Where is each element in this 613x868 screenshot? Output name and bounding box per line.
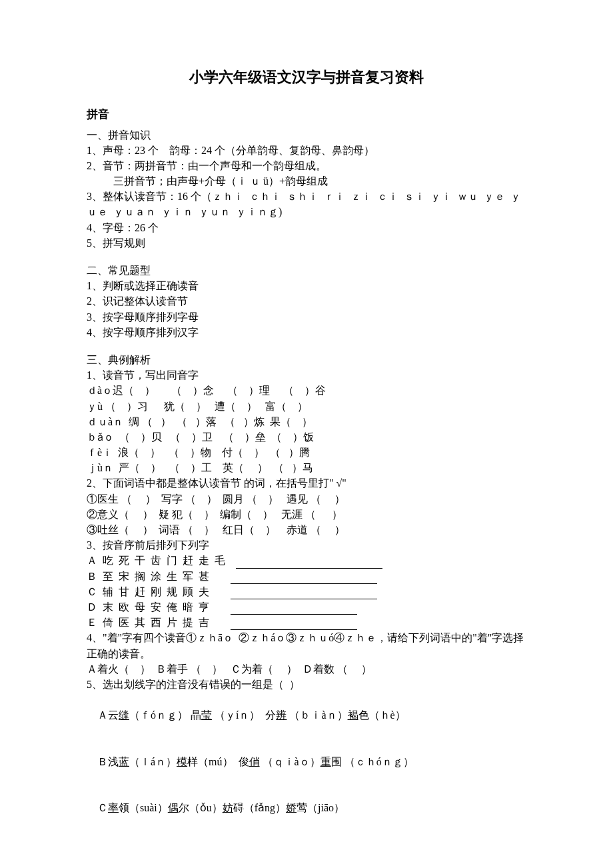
q5-underline: 率 bbox=[108, 802, 119, 813]
q1-row: ｂǎｏ （ ）贝 （ ）卫 （ ）垒 （ ）饭 bbox=[87, 429, 526, 445]
q5-mid: （ｆóｎｇ） 晶 bbox=[129, 709, 201, 721]
q5-mid: （ｙíｎ） 分 bbox=[212, 709, 276, 721]
q5-heading: 5、选出划线字的注音没有错误的一组是（ ） bbox=[87, 677, 526, 692]
q5-mid: 样（mú） 俊 bbox=[187, 756, 249, 767]
q3-row: Ｃ 辅 甘 赶 刚 规 顾 夫 bbox=[87, 584, 526, 599]
q5-mid: 色（ｈè） bbox=[358, 709, 406, 721]
q5-mid: （ｂｉàｎ） bbox=[287, 709, 347, 721]
q2-row: ③吐丝（ ） 词语 （ ） 红日（ ） 赤道 （ ） bbox=[87, 522, 526, 537]
q5-underline: 莹 bbox=[201, 709, 212, 721]
q1-row: ｄｕàｎ 绸 （ ） （ ）落 （ ）炼 果（ ） bbox=[87, 414, 526, 429]
q1-row: ｄàｏ迟（ ） （ ）念 （ ）理 （ ）谷 bbox=[87, 383, 526, 398]
q5-prefix: Ａ云 bbox=[97, 709, 119, 721]
section-1-heading: 一、拼音知识 bbox=[87, 127, 526, 143]
section-1-item: 4、字母：26 个 bbox=[87, 220, 526, 235]
q5-mid: 莺（jiāo） bbox=[297, 802, 344, 813]
q3-row: Ｄ 末 欧 母 安 俺 暗 亨 bbox=[87, 599, 526, 615]
section-3: 三、典例解析 1、读音节，写出同音字 ｄàｏ迟（ ） （ ）念 （ ）理 （ ）… bbox=[87, 352, 526, 831]
q5-underline: 褐 bbox=[348, 709, 358, 721]
q5-underline: 娇 bbox=[286, 802, 297, 813]
q5-mid: 碍（fǎng） bbox=[233, 802, 286, 813]
section-1-item: 3、整体认读音节：16 个（ｚｈｉ ｃｈｉ ｓｈｉ ｒｉ ｚｉ ｃｉ ｓｉ ｙｉ… bbox=[87, 189, 526, 219]
q3-row: Ｅ 倚 医 其 西 片 提 吉 bbox=[87, 615, 526, 630]
q5-underline: 偶 bbox=[168, 802, 179, 813]
q5-prefix: Ｃ bbox=[97, 802, 108, 813]
q5-underline: 模 bbox=[177, 756, 187, 767]
q5-mid: 尔（ǒu） bbox=[179, 802, 223, 813]
q3-row-text: Ｅ 倚 医 其 西 片 提 吉 bbox=[87, 617, 231, 628]
section-2-heading: 二、常见题型 bbox=[87, 263, 526, 278]
q5-mid: 围 （ｃｈóｎｇ） bbox=[331, 756, 414, 767]
section-1-item: 三拼音节；由声母+介母（ｉ ｕ ü）+韵母组成 bbox=[87, 173, 526, 189]
pinyin-section-header: 拼音 bbox=[87, 107, 526, 123]
q5-underline: 蓝 bbox=[119, 756, 129, 767]
q3-heading: 3、按音序前后排列下列字 bbox=[87, 537, 526, 553]
q5-underline: 辨 bbox=[276, 709, 287, 721]
section-1: 一、拼音知识 1、声母：23 个 韵母：24 个（分单韵母、复韵母、鼻韵母） 2… bbox=[87, 127, 526, 251]
q3-row-text: Ａ 吃 死 干 齿 门 赶 走 毛 bbox=[87, 555, 236, 566]
q5-mid: 领（suài） bbox=[119, 802, 168, 813]
q3-row-text: Ｄ 末 欧 母 安 俺 暗 亨 bbox=[87, 601, 231, 613]
q3-row-text: Ｂ 至 宋 搁 涂 生 军 甚 bbox=[87, 571, 231, 582]
q2-heading: 2、下面词语中都是整体认读音节 的词，在括号里打" √" bbox=[87, 475, 526, 491]
document-title: 小学六年级语文汉字与拼音复习资料 bbox=[87, 67, 526, 88]
section-1-item: 2、音节：两拼音节：由一个声母和一个韵母组成。 bbox=[87, 158, 526, 173]
section-2-item: 4、按字母顺序排列汉字 bbox=[87, 325, 526, 340]
q1-row: ｊùｎ 严（ ） （ ）工 英（ ） （ ）马 bbox=[87, 460, 526, 475]
section-1-item: 1、声母：23 个 韵母：24 个（分单韵母、复韵母、鼻韵母） bbox=[87, 143, 526, 158]
q1-row: ｆèｉ 浪（ ） （ ）物 付（ ） （ ）腾 bbox=[87, 445, 526, 460]
q5-underline: 重 bbox=[320, 756, 331, 767]
q5-prefix: Ｂ浅 bbox=[97, 756, 119, 767]
q3-row-text: Ｃ 辅 甘 赶 刚 规 顾 夫 bbox=[87, 586, 231, 597]
q2-row: ①医生 （ ） 写字 （ ） 圆月 （ ） 遇见 （ ） bbox=[87, 491, 526, 507]
q1-row: ｙù （ ）习 犹（ ） 遭（ ） 富（ ） bbox=[87, 399, 526, 414]
q5-row: Ｂ浅蓝（ｌáｎ）模样（mú） 俊俏 （ｑｉàｏ）重围 （ｃｈóｎｇ） bbox=[87, 739, 526, 785]
q5-row: Ｃ率领（suài）偶尔（ǒu）妨碍（fǎng）娇莺（jiāo） bbox=[87, 785, 526, 831]
q1-heading: 1、读音节，写出同音字 bbox=[87, 367, 526, 383]
section-3-heading: 三、典例解析 bbox=[87, 352, 526, 367]
section-2-item: 1、判断或选择正确读音 bbox=[87, 278, 526, 293]
q5-mid: （ｌáｎ） bbox=[129, 756, 177, 767]
q3-row: Ａ 吃 死 干 齿 门 赶 走 毛 bbox=[87, 553, 526, 568]
q4-row: Ａ着火（ ） Ｂ着手 （ ） Ｃ为着（ ） Ｄ着数 （ ） bbox=[87, 661, 526, 677]
section-2-item: 3、按字母顺序排列字母 bbox=[87, 309, 526, 325]
q3-row: Ｂ 至 宋 搁 涂 生 军 甚 bbox=[87, 569, 526, 584]
q5-row: Ａ云缝（ｆóｎｇ） 晶莹 （ｙíｎ） 分辨 （ｂｉàｎ）褐色（ｈè） bbox=[87, 692, 526, 739]
section-1-item: 5、拼写规则 bbox=[87, 235, 526, 251]
q5-underline: 缝 bbox=[119, 709, 129, 721]
q5-underline: 俏 bbox=[249, 756, 260, 767]
q5-mid: （ｑｉàｏ） bbox=[260, 756, 320, 767]
q2-row: ②意义（ ） 疑 犯（ ） 编制（ ） 无涯 （ ） bbox=[87, 507, 526, 522]
section-2-item: 2、识记整体认读音节 bbox=[87, 293, 526, 309]
section-2: 二、常见题型 1、判断或选择正确读音 2、识记整体认读音节 3、按字母顺序排列字… bbox=[87, 263, 526, 340]
q4-heading: 4、"着"字有四个读音①ｚｈāｏ ②ｚｈáｏ③ｚｈｕó④ｚｈｅ，请给下列词语中的… bbox=[87, 630, 526, 661]
q5-underline: 妨 bbox=[223, 802, 233, 813]
